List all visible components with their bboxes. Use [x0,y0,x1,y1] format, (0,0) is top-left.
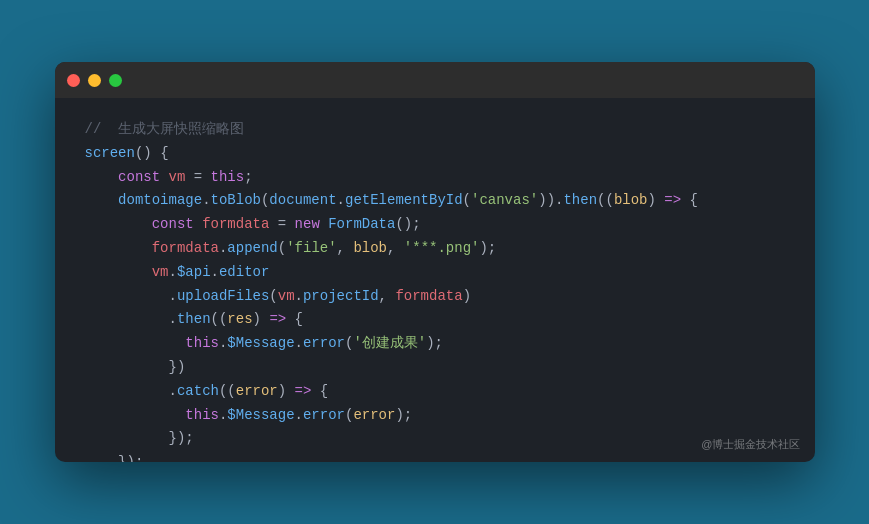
close-button[interactable] [67,74,80,87]
code-line-3: domtoimage.toBlob(document.getElementByI… [85,189,785,213]
code-line-8: .then((res) => { [85,308,785,332]
watermark: @博士掘金技术社区 [701,437,800,452]
comment-line: // 生成大屏快照缩略图 [85,118,785,142]
code-line-9: this.$Message.error('创建成果'); [85,332,785,356]
code-line-5: formdata.append('file', blob, '***.png')… [85,237,785,261]
code-line-14: }); [85,451,785,462]
code-line-11: .catch((error) => { [85,380,785,404]
code-line-4: const formdata = new FormData(); [85,213,785,237]
code-window: // 生成大屏快照缩略图 screen() { const vm = this;… [55,62,815,462]
code-line-1: screen() { [85,142,785,166]
titlebar [55,62,815,98]
minimize-button[interactable] [88,74,101,87]
code-line-2: const vm = this; [85,166,785,190]
code-line-7: .uploadFiles(vm.projectId, formdata) [85,285,785,309]
code-line-6: vm.$api.editor [85,261,785,285]
code-line-13: }); [85,427,785,451]
code-editor: // 生成大屏快照缩略图 screen() { const vm = this;… [55,98,815,462]
maximize-button[interactable] [109,74,122,87]
code-line-10: }) [85,356,785,380]
code-line-12: this.$Message.error(error); [85,404,785,428]
